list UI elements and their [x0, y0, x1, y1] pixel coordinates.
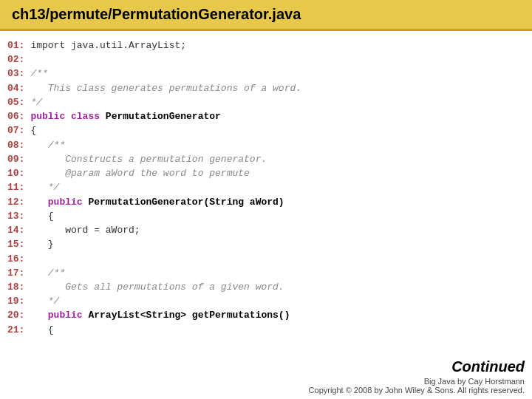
- copyright-text: Big Java by Cay Horstmann Copyright © 20…: [309, 377, 525, 395]
- code-line: 16:: [7, 252, 532, 266]
- code-line: 05:*/: [7, 95, 532, 109]
- line-number: 20:: [7, 308, 30, 322]
- page-title: ch13/permute/PermutationGenerator.java: [0, 0, 532, 31]
- line-number: 21:: [7, 323, 30, 337]
- line-number: 15:: [7, 237, 30, 251]
- code-line: 09: Constructs a permutation generator.: [7, 152, 532, 166]
- code-line: 21: {: [7, 323, 532, 337]
- line-content: import java.util.ArrayList;: [30, 38, 186, 52]
- line-number: 08:: [7, 138, 30, 152]
- line-number: 01:: [7, 38, 30, 52]
- code-line: 01:import java.util.ArrayList;: [7, 38, 532, 52]
- line-content: public class PermutationGenerator: [30, 109, 220, 123]
- code-line: 13: {: [7, 209, 532, 223]
- line-content: /**: [30, 138, 65, 152]
- line-number: 06:: [7, 109, 30, 123]
- line-number: 14:: [7, 223, 30, 237]
- code-line: 10: @param aWord the word to permute: [7, 166, 532, 180]
- line-number: 04:: [7, 81, 30, 95]
- code-line: 12: public PermutationGenerator(String a…: [7, 195, 532, 209]
- line-content: {: [30, 123, 36, 137]
- line-content: Constructs a permutation generator.: [30, 152, 267, 166]
- line-number: 02:: [7, 52, 30, 66]
- line-content: This class generates permutations of a w…: [30, 81, 301, 95]
- line-content: */: [30, 95, 42, 109]
- code-line: 15: }: [7, 237, 532, 251]
- line-number: 05:: [7, 95, 30, 109]
- code-area: 01:import java.util.ArrayList;02:03:/**0…: [0, 31, 532, 356]
- line-content: */: [30, 294, 59, 308]
- line-number: 07:: [7, 123, 30, 137]
- code-line: 08: /**: [7, 138, 532, 152]
- code-line: 11: */: [7, 180, 532, 194]
- line-content: word = aWord;: [30, 223, 140, 237]
- code-line: 20: public ArrayList<String> getPermutat…: [7, 308, 532, 322]
- continued-label: Continued: [309, 358, 525, 375]
- line-number: 10:: [7, 166, 30, 180]
- footer: Continued Big Java by Cay Horstmann Copy…: [309, 358, 525, 395]
- line-content: public PermutationGenerator(String aWord…: [30, 195, 284, 209]
- line-number: 18:: [7, 280, 30, 294]
- line-number: 17:: [7, 266, 30, 280]
- code-line: 17: /**: [7, 266, 532, 280]
- line-content: @param aWord the word to permute: [30, 166, 249, 180]
- line-content: public ArrayList<String> getPermutations…: [30, 308, 290, 322]
- line-number: 19:: [7, 294, 30, 308]
- line-number: 11:: [7, 180, 30, 194]
- line-number: 03:: [7, 66, 30, 81]
- code-line: 07:{: [7, 123, 532, 137]
- line-number: 16:: [7, 252, 30, 266]
- code-line: 03:/**: [7, 66, 532, 81]
- title-text: ch13/permute/PermutationGenerator.java: [12, 6, 301, 22]
- code-line: 04: This class generates permutations of…: [7, 81, 532, 95]
- code-line: 18: Gets all permutations of a given wor…: [7, 280, 532, 294]
- code-line: 06:public class PermutationGenerator: [7, 109, 532, 123]
- line-number: 12:: [7, 195, 30, 209]
- line-content: }: [30, 237, 53, 251]
- line-content: /**: [30, 266, 65, 280]
- line-content: {: [30, 209, 53, 223]
- line-number: 13:: [7, 209, 30, 223]
- line-content: */: [30, 180, 59, 194]
- line-content: {: [30, 323, 53, 337]
- line-content: /**: [30, 66, 47, 81]
- code-line: 02:: [7, 52, 532, 66]
- line-content: Gets all permutations of a given word.: [30, 280, 284, 294]
- code-line: 19: */: [7, 294, 532, 308]
- code-line: 14: word = aWord;: [7, 223, 532, 237]
- line-number: 09:: [7, 152, 30, 166]
